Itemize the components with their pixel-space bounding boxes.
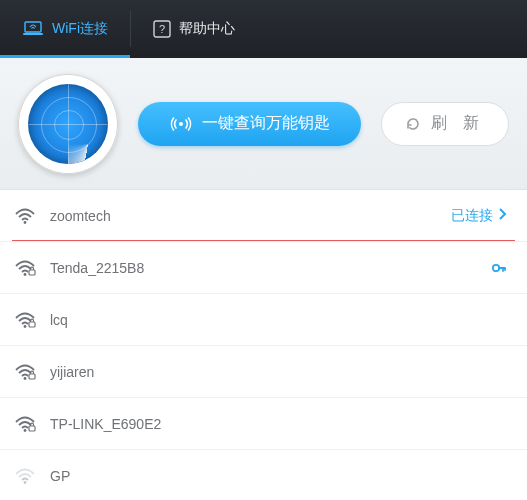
refresh-icon — [405, 116, 421, 132]
svg-point-9 — [24, 325, 27, 328]
wifi-ssid: zoomtech — [50, 208, 437, 224]
refresh-label: 刷 新 — [431, 113, 485, 134]
wifi-ssid: Tenda_2215B8 — [50, 260, 477, 276]
svg-rect-12 — [29, 374, 35, 379]
svg-point-13 — [24, 429, 27, 432]
wifi-ssid: lcq — [50, 312, 507, 328]
wifi-row[interactable]: Tenda_2215B8 — [0, 242, 527, 294]
svg-rect-10 — [29, 322, 35, 327]
query-keys-label: 一键查询万能钥匙 — [202, 113, 330, 134]
connected-status: 已连接 — [451, 207, 507, 225]
connected-status-label: 已连接 — [451, 207, 493, 225]
wifi-signal-locked-icon — [14, 363, 36, 381]
wifi-row[interactable]: yijiaren — [0, 346, 527, 398]
wifi-signal-locked-icon — [14, 415, 36, 433]
wifi-signal-locked-icon — [14, 259, 36, 277]
wifi-signal-locked-icon — [14, 311, 36, 329]
wifi-ssid: GP — [50, 468, 507, 484]
tab-wifi[interactable]: WiFi连接 — [0, 0, 130, 58]
wifi-row[interactable]: lcq — [0, 294, 527, 346]
svg-point-11 — [24, 377, 27, 380]
wifi-signal-icon — [14, 207, 36, 225]
wifi-laptop-icon — [22, 20, 44, 38]
svg-point-15 — [24, 481, 27, 484]
wifi-ssid: yijiaren — [50, 364, 507, 380]
broadcast-icon — [170, 113, 192, 135]
svg-rect-14 — [29, 426, 35, 431]
svg-rect-7 — [29, 270, 35, 275]
wifi-row[interactable]: TP-LINK_E690E2 — [0, 398, 527, 450]
query-keys-button[interactable]: 一键查询万能钥匙 — [138, 102, 361, 146]
wifi-row[interactable]: zoomtech 已连接 — [0, 190, 527, 242]
svg-point-4 — [179, 122, 183, 126]
tab-bar: WiFi连接 ? 帮助中心 — [0, 0, 527, 58]
tab-help[interactable]: ? 帮助中心 — [131, 0, 257, 58]
svg-rect-1 — [23, 33, 43, 35]
radar-scanner — [18, 74, 118, 174]
wifi-ssid: TP-LINK_E690E2 — [50, 416, 507, 432]
help-icon: ? — [153, 20, 171, 38]
chevron-right-icon — [497, 207, 507, 224]
wifi-signal-weak-icon — [14, 467, 36, 485]
wifi-list: zoomtech 已连接 Tenda_2215B8 lcq yijiaren — [0, 190, 527, 500]
tab-help-label: 帮助中心 — [179, 20, 235, 38]
header-area: 一键查询万能钥匙 刷 新 — [0, 58, 527, 190]
svg-point-5 — [24, 221, 27, 224]
wifi-row[interactable]: GP — [0, 450, 527, 500]
svg-text:?: ? — [159, 23, 165, 35]
key-icon — [491, 260, 507, 276]
svg-point-6 — [24, 273, 27, 276]
tab-wifi-label: WiFi连接 — [52, 20, 108, 38]
refresh-button[interactable]: 刷 新 — [381, 102, 509, 146]
